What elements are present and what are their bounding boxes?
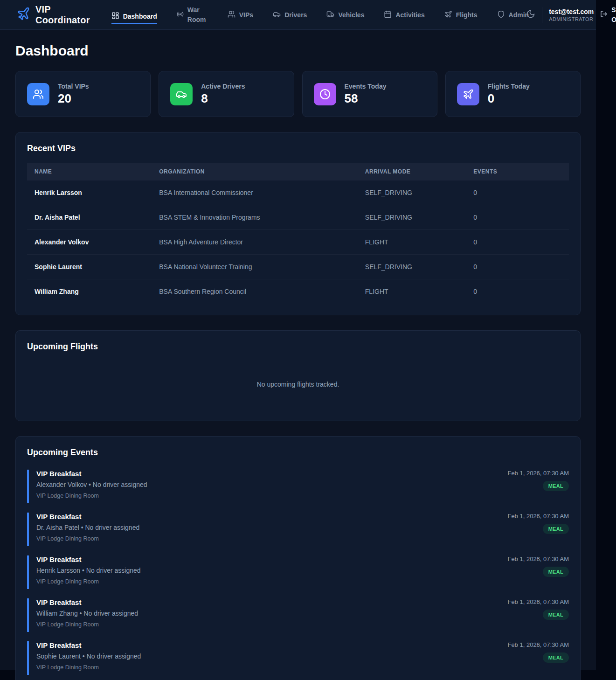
vip-events-count: 0 <box>466 180 569 205</box>
event-subtitle: William Zhang • No driver assigned <box>36 610 138 617</box>
recent-vips-table: Name Organization Arrival Mode Events He… <box>27 163 569 304</box>
event-subtitle: Henrik Larsson • No driver assigned <box>36 567 141 574</box>
user-role: ADMINISTRATOR <box>549 16 594 22</box>
plane-icon <box>457 83 479 105</box>
event-title: VIP Breakfast <box>36 513 139 520</box>
users-icon <box>27 83 49 105</box>
vip-name: Henrik Larsson <box>27 180 152 205</box>
stat-value: 58 <box>345 91 387 106</box>
vip-arrival-mode: SELF_DRIVING <box>358 205 466 230</box>
vip-events-count: 0 <box>466 255 569 279</box>
table-header-row: Name Organization Arrival Mode Events <box>27 163 569 180</box>
event-location: VIP Lodge Dining Room <box>36 535 139 542</box>
app-viewport: VIP Coordinator Dashboard War Room VIPs … <box>0 0 596 670</box>
vip-events-count: 0 <box>466 279 569 304</box>
vip-arrival-mode: SELF_DRIVING <box>358 255 466 279</box>
vip-arrival-mode: FLIGHT <box>358 279 466 304</box>
moon-icon <box>526 9 535 20</box>
user-email: test@test.com <box>549 8 594 15</box>
app-title: VIP Coordinator <box>35 4 90 26</box>
event-list-item[interactable]: VIP Breakfast William Zhang • No driver … <box>27 598 569 632</box>
vip-events-count: 0 <box>466 205 569 230</box>
top-navbar: VIP Coordinator Dashboard War Room VIPs … <box>0 0 596 30</box>
nav-item-dashboard[interactable]: Dashboard <box>111 9 157 24</box>
nav-item-vips[interactable]: VIPs <box>228 7 253 22</box>
event-subtitle: Alexander Volkov • No driver assigned <box>36 481 147 488</box>
upcoming-events-title: Upcoming Events <box>27 448 569 458</box>
event-datetime: Feb 1, 2026, 07:30 AM <box>507 555 569 562</box>
upcoming-flights-title: Upcoming Flights <box>27 342 569 352</box>
event-location: VIP Lodge Dining Room <box>36 664 141 671</box>
brand[interactable]: VIP Coordinator <box>17 4 90 26</box>
nav-item-war-room[interactable]: War Room <box>177 2 208 27</box>
nav-label: Dashboard <box>123 13 157 20</box>
table-row[interactable]: Dr. Aisha Patel BSA STEM & Innovation Pr… <box>27 205 569 230</box>
vip-organization: BSA International Commissioner <box>152 180 358 205</box>
event-title: VIP Breakfast <box>36 598 138 606</box>
sign-out-label: Sign Out <box>611 5 616 25</box>
upcoming-flights-panel: Upcoming Flights No upcoming flights tra… <box>15 330 581 421</box>
event-list-item[interactable]: VIP Breakfast Alexander Volkov • No driv… <box>27 470 569 503</box>
table-row[interactable]: William Zhang BSA Southern Region Counci… <box>27 279 569 304</box>
event-type-badge: MEAL <box>543 610 569 620</box>
table-row[interactable]: Alexander Volkov BSA High Adventure Dire… <box>27 230 569 255</box>
vip-organization: BSA National Volunteer Training <box>152 255 358 279</box>
dashboard-icon <box>111 12 119 21</box>
theme-toggle-button[interactable] <box>526 9 535 20</box>
users-icon <box>228 10 235 20</box>
event-list-item[interactable]: VIP Breakfast Dr. Aisha Patel • No drive… <box>27 513 569 546</box>
table-row[interactable]: Sophie Laurent BSA National Volunteer Tr… <box>27 255 569 279</box>
user-info: test@test.com ADMINISTRATOR <box>549 8 594 22</box>
recent-vips-title: Recent VIPs <box>27 144 569 153</box>
event-type-badge: MEAL <box>543 524 569 534</box>
log-out-icon <box>600 10 608 19</box>
event-location: VIP Lodge Dining Room <box>36 578 141 585</box>
no-flights-message: No upcoming flights tracked. <box>27 361 569 409</box>
main-nav: Dashboard War Room VIPs Drivers Vehicles… <box>111 2 529 27</box>
stat-label: Events Today <box>345 83 387 90</box>
vip-arrival-mode: SELF_DRIVING <box>358 180 466 205</box>
vip-arrival-mode: FLIGHT <box>358 230 466 255</box>
event-type-badge: MEAL <box>543 652 569 663</box>
event-list-item[interactable]: VIP Breakfast Henrik Larsson • No driver… <box>27 555 569 589</box>
stat-card-events-today: Events Today 58 <box>302 71 437 117</box>
shield-icon <box>497 10 505 20</box>
event-datetime: Feb 1, 2026, 07:30 AM <box>507 470 569 477</box>
vip-name: Sophie Laurent <box>27 255 152 279</box>
column-header-name: Name <box>27 163 152 180</box>
stat-value: 20 <box>58 91 89 106</box>
nav-item-activities[interactable]: Activities <box>384 7 424 22</box>
car-icon <box>170 83 193 105</box>
stat-card-flights-today: Flights Today 0 <box>445 71 581 117</box>
table-row[interactable]: Henrik Larsson BSA International Commiss… <box>27 180 569 205</box>
plane-logo-icon <box>17 7 31 23</box>
vip-events-count: 0 <box>466 230 569 255</box>
event-title: VIP Breakfast <box>36 470 147 478</box>
radio-icon <box>177 11 184 19</box>
column-header-events: Events <box>466 163 569 180</box>
event-list-item[interactable]: VIP Breakfast Sophie Laurent • No driver… <box>27 641 569 675</box>
plane-icon <box>444 10 452 20</box>
truck-icon <box>326 10 334 20</box>
event-datetime: Feb 1, 2026, 07:30 AM <box>507 641 569 648</box>
navbar-divider <box>542 7 542 23</box>
upcoming-events-panel: Upcoming Events VIP Breakfast Alexander … <box>15 436 581 680</box>
nav-item-flights[interactable]: Flights <box>444 7 478 22</box>
event-location: VIP Lodge Dining Room <box>36 493 147 499</box>
event-subtitle: Dr. Aisha Patel • No driver assigned <box>36 524 139 531</box>
nav-item-vehicles[interactable]: Vehicles <box>326 7 364 22</box>
stat-card-total-vips: Total VIPs 20 <box>15 71 151 117</box>
nav-item-drivers[interactable]: Drivers <box>273 7 307 22</box>
event-title: VIP Breakfast <box>36 555 141 563</box>
event-type-badge: MEAL <box>543 567 569 577</box>
stats-row: Total VIPs 20 Active Drivers 8 Events <box>15 71 581 117</box>
nav-label: War Room <box>187 5 208 24</box>
nav-item-admin[interactable]: Admin <box>497 7 529 22</box>
column-header-organization: Organization <box>152 163 358 180</box>
stat-label: Total VIPs <box>58 83 89 90</box>
sign-out-button[interactable]: Sign Out <box>600 5 616 25</box>
nav-label: Flights <box>456 11 478 19</box>
calendar-icon <box>384 10 392 20</box>
stat-value: 0 <box>488 91 530 106</box>
vip-organization: BSA STEM & Innovation Programs <box>152 205 358 230</box>
